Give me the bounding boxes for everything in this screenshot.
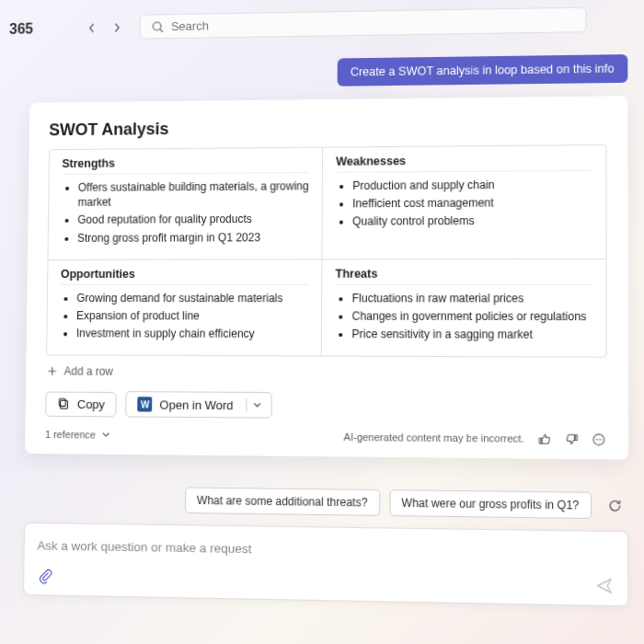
list-item: Inefficient cost management	[352, 195, 592, 212]
threats-heading: Threats	[335, 267, 592, 285]
list-item: Changes in government policies or regula…	[351, 308, 592, 324]
chevron-right-icon	[112, 23, 121, 32]
suggestion-chip[interactable]: What were our gross profits in Q1?	[389, 489, 592, 519]
plus-icon	[48, 367, 57, 376]
list-item: Investment in supply chain efficiency	[76, 326, 308, 341]
attach-button[interactable]	[37, 568, 53, 585]
ai-disclaimer: AI-generated content may be incorrect.	[343, 431, 523, 444]
strengths-heading: Strengths	[62, 155, 309, 175]
list-item: Quality control problems	[352, 213, 592, 230]
references-toggle[interactable]: 1 reference	[45, 429, 110, 441]
thumbs-up-button[interactable]	[535, 431, 553, 448]
nav-back-button[interactable]	[84, 19, 100, 36]
send-button[interactable]	[594, 576, 614, 595]
chevron-left-icon	[86, 23, 96, 32]
open-in-word-button[interactable]: Open in Word	[126, 391, 273, 419]
list-item: Price sensitivity in a sagging market	[351, 327, 592, 342]
svg-point-6	[598, 439, 600, 441]
svg-line-1	[160, 29, 163, 31]
copy-label: Copy	[77, 397, 105, 411]
nav-forward-button[interactable]	[109, 18, 125, 35]
weaknesses-heading: Weaknesses	[336, 153, 592, 173]
send-icon	[594, 576, 614, 595]
user-message-bubble: Create a SWOT analysis in loop based on …	[338, 54, 628, 86]
refresh-suggestions-button[interactable]	[602, 492, 629, 520]
list-item: Production and supply chain	[352, 177, 592, 193]
swot-table: Strengths Offers sustainable building ma…	[46, 144, 607, 358]
search-icon	[151, 20, 164, 33]
list-item: Strong gross profit margin in Q1 2023	[77, 229, 308, 245]
composer-input[interactable]	[37, 539, 614, 562]
assistant-response-card: SWOT Analysis Strengths Offers sustainab…	[25, 96, 628, 460]
card-title: SWOT Analysis	[49, 115, 606, 140]
composer[interactable]	[23, 523, 628, 607]
svg-point-5	[595, 439, 597, 441]
list-item: Growing demand for sustainable materials	[76, 291, 308, 306]
list-item: Offers sustainable building materials, a…	[78, 178, 309, 210]
add-row-button[interactable]: Add a row	[46, 356, 607, 387]
refresh-icon	[607, 499, 623, 514]
opportunities-heading: Opportunities	[61, 267, 308, 284]
list-item: Expansion of product line	[76, 308, 308, 324]
open-in-word-label: Open in Word	[159, 397, 233, 412]
svg-rect-2	[61, 401, 68, 409]
thumbs-down-button[interactable]	[563, 431, 581, 448]
svg-point-7	[600, 439, 602, 441]
list-item: Good reputation for quality products	[77, 212, 308, 227]
more-feedback-button[interactable]	[590, 431, 607, 448]
brand-label: 365	[6, 20, 33, 37]
paperclip-icon	[37, 568, 53, 585]
list-item: Fluctuations in raw material prices	[352, 291, 592, 306]
thumbs-down-icon	[564, 431, 579, 446]
thumbs-up-icon	[537, 431, 552, 446]
search-input[interactable]	[171, 13, 574, 33]
add-row-label: Add a row	[63, 365, 113, 378]
search-box[interactable]	[139, 7, 586, 40]
copy-icon	[57, 397, 70, 410]
comment-icon	[591, 432, 605, 447]
chevron-down-icon	[101, 431, 110, 440]
references-label: 1 reference	[45, 429, 96, 441]
suggestion-chip[interactable]: What are some additional threats?	[185, 488, 380, 517]
word-icon	[138, 397, 153, 412]
chevron-down-icon	[253, 400, 262, 409]
copy-button[interactable]: Copy	[45, 391, 117, 417]
open-in-word-dropdown[interactable]	[247, 398, 268, 411]
